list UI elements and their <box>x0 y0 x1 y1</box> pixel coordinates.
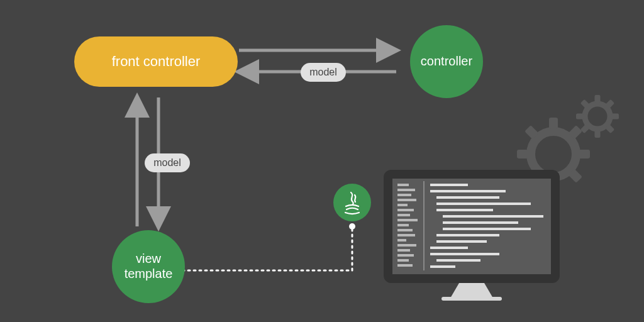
svg-rect-11 <box>595 130 601 138</box>
svg-rect-34 <box>397 249 410 252</box>
svg-rect-29 <box>397 224 409 226</box>
svg-rect-23 <box>397 194 411 196</box>
java-badge <box>333 184 371 221</box>
controller-node: controller <box>410 25 483 98</box>
view-template-node: view template <box>112 230 185 303</box>
svg-rect-48 <box>436 240 487 243</box>
svg-rect-13 <box>576 114 584 119</box>
view-template-label-2: template <box>125 267 173 280</box>
svg-rect-45 <box>443 221 518 224</box>
svg-rect-26 <box>397 209 414 211</box>
svg-rect-1 <box>549 118 558 129</box>
svg-point-56 <box>333 184 371 221</box>
controller-label: controller <box>421 54 473 68</box>
svg-rect-31 <box>397 234 415 236</box>
dotted-path-view-to-computer <box>182 226 352 270</box>
svg-rect-35 <box>397 254 414 257</box>
svg-rect-49 <box>430 247 468 249</box>
svg-rect-39 <box>430 184 468 186</box>
svg-rect-52 <box>430 265 455 268</box>
svg-text:model: model <box>153 157 181 168</box>
svg-rect-30 <box>397 229 413 231</box>
svg-rect-4 <box>517 150 528 158</box>
front-controller-label: front controller <box>112 53 201 69</box>
gear-icon-small <box>567 86 628 147</box>
svg-text:model: model <box>309 67 337 77</box>
svg-rect-24 <box>397 199 416 201</box>
svg-rect-28 <box>397 219 418 221</box>
svg-rect-36 <box>397 259 409 262</box>
svg-rect-20 <box>441 297 502 301</box>
edge-label-controller-to-front: model <box>301 63 346 82</box>
dotted-path-endpoint <box>349 223 355 230</box>
svg-rect-41 <box>436 196 499 199</box>
svg-rect-12 <box>611 114 619 119</box>
svg-rect-43 <box>436 209 493 211</box>
svg-rect-32 <box>397 239 406 242</box>
svg-rect-25 <box>397 204 408 206</box>
svg-rect-27 <box>397 214 410 216</box>
svg-rect-50 <box>430 253 499 255</box>
svg-rect-33 <box>397 244 416 247</box>
svg-rect-10 <box>595 95 601 103</box>
svg-rect-3 <box>579 150 590 158</box>
svg-rect-37 <box>397 264 413 267</box>
view-template-label-1: view <box>136 252 162 265</box>
svg-rect-44 <box>443 215 543 218</box>
computer-icon <box>384 170 560 301</box>
svg-rect-22 <box>397 189 415 191</box>
svg-rect-42 <box>436 203 531 205</box>
svg-rect-40 <box>430 190 506 192</box>
svg-rect-46 <box>443 228 531 230</box>
svg-rect-47 <box>436 234 499 236</box>
edge-label-front-to-view: model <box>145 153 190 172</box>
svg-point-9 <box>585 104 610 129</box>
front-controller-node: front controller <box>74 36 238 87</box>
svg-rect-51 <box>436 259 480 262</box>
svg-rect-21 <box>397 184 409 186</box>
